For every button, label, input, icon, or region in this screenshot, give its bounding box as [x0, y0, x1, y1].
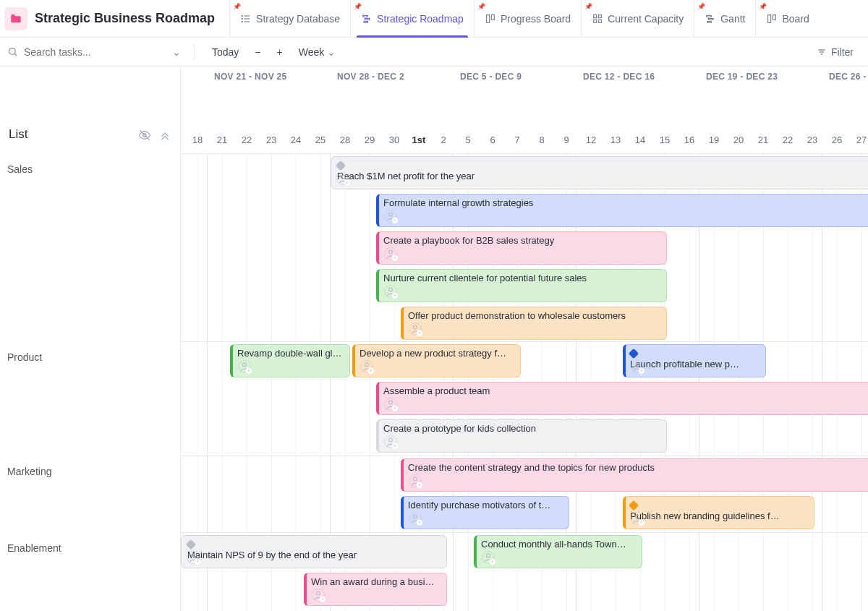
task-label: Reach $1M net profit for the year	[337, 171, 868, 181]
visibility-icon[interactable]	[138, 129, 151, 142]
tab-label: Strategic Roadmap	[377, 13, 464, 25]
task-label: Nurture current clientele for potential …	[383, 273, 660, 283]
assignee-add-icon[interactable]: +	[186, 550, 200, 565]
day-label: 2	[431, 134, 456, 145]
svg-point-68	[414, 477, 417, 481]
group-enablement[interactable]: Enablement	[0, 532, 69, 570]
day-label: 21	[210, 134, 234, 145]
sidebar: List SalesProductMarketingEnablement	[0, 67, 181, 611]
assignee-add-icon[interactable]: +	[383, 284, 398, 299]
minus-button[interactable]: −	[250, 43, 265, 61]
day-label: 14	[628, 134, 652, 145]
tab-progress-board[interactable]: 📌Progress Board	[474, 0, 581, 38]
assignee-add-icon[interactable]: +	[630, 511, 644, 526]
svg-rect-14	[599, 20, 602, 22]
svg-point-88	[317, 591, 320, 595]
day-label: 22	[234, 134, 259, 145]
assignee-add-icon[interactable]: +	[408, 322, 422, 336]
assignee-add-icon[interactable]: +	[383, 435, 398, 449]
tab-label: Gantt	[720, 13, 745, 25]
assignee-add-icon[interactable]: +	[311, 588, 326, 602]
tabs: 📌Strategy Database📌Strategic Roadmap📌Pro…	[229, 0, 864, 38]
svg-point-40	[389, 288, 393, 291]
task-bar[interactable]: Publish new branding guidelines f…+	[623, 496, 814, 529]
week-label: DEC 5 - DEC 9	[456, 67, 522, 87]
day-label: 30	[382, 134, 407, 145]
task-bar[interactable]: Win an award during a busi…+	[304, 573, 447, 606]
day-label: 5	[456, 134, 480, 145]
pin-icon: 📌	[354, 3, 362, 10]
assignee-add-icon[interactable]: +	[481, 550, 495, 565]
task-bar[interactable]: Launch profitable new p…+	[623, 344, 766, 377]
svg-point-64	[389, 438, 393, 442]
assignee-add-icon[interactable]: +	[408, 474, 422, 488]
svg-rect-18	[768, 14, 771, 22]
task-bar[interactable]: Assemble a product team+	[376, 382, 868, 415]
task-bar[interactable]: Create the content strategy and the topi…	[401, 458, 868, 492]
milestone-icon	[336, 161, 346, 171]
task-label: Revamp double-wall gl…	[237, 348, 344, 359]
task-bar[interactable]: Formulate internal growth strategies+	[376, 194, 868, 227]
folder-icon[interactable]	[4, 7, 27, 30]
task-bar[interactable]: Reach $1M net profit for the year+	[331, 156, 868, 189]
today-button[interactable]: Today	[208, 43, 243, 61]
tab-label: Strategy Database	[256, 13, 340, 25]
group-product[interactable]: Product	[0, 341, 49, 379]
svg-text:+: +	[393, 443, 397, 449]
task-label: Launch profitable new p…	[630, 359, 760, 369]
task-label: Maintain NPS of 9 by the end of the year	[187, 550, 441, 560]
day-label: 23	[800, 134, 825, 145]
timeline: List SalesProductMarketingEnablement NOV…	[0, 67, 868, 611]
tab-label: Current Capacity	[608, 13, 684, 25]
task-bar[interactable]: Maintain NPS of 9 by the end of the year…	[181, 535, 447, 568]
day-label: 22	[775, 134, 800, 145]
list-icon	[240, 13, 252, 25]
day-label: 18	[185, 134, 210, 145]
svg-rect-15	[707, 15, 712, 17]
sidebar-title: List	[9, 127, 27, 142]
chevron-down-icon[interactable]: ⌄	[172, 46, 181, 58]
assignee-add-icon[interactable]: +	[237, 359, 252, 374]
tab-board[interactable]: 📌Board	[755, 0, 819, 38]
view-mode-select[interactable]: Week ⌄	[294, 43, 340, 61]
title-wrap: Strategic Business Roadmap	[4, 7, 215, 30]
task-label: Assemble a product team	[383, 385, 868, 396]
task-bar[interactable]: Conduct monthly all-hands Town…+	[474, 535, 642, 568]
task-label: Create the content strategy and the topi…	[408, 462, 868, 473]
svg-rect-17	[707, 21, 711, 22]
task-bar[interactable]: Offer product demonstration to wholesale…	[401, 307, 667, 340]
plus-button[interactable]: +	[273, 43, 287, 61]
tab-current-capacity[interactable]: 📌Current Capacity	[581, 0, 694, 38]
svg-point-4	[242, 18, 242, 19]
day-label: 8	[529, 134, 554, 145]
filter-button[interactable]: Filter	[809, 46, 861, 58]
search-icon	[7, 46, 18, 57]
board-icon	[485, 13, 496, 25]
pin-icon: 📌	[759, 3, 767, 10]
grid[interactable]: NOV 14 - NOV 18NOV 21 - NOV 25NOV 28 - D…	[181, 67, 868, 611]
group-marketing[interactable]: Marketing	[0, 456, 59, 493]
task-bar[interactable]: Revamp double-wall gl…+	[230, 344, 350, 377]
assignee-add-icon[interactable]: +	[359, 359, 374, 374]
tab-gantt[interactable]: 📌Gantt	[694, 0, 755, 38]
tab-strategy-database[interactable]: 📌Strategy Database	[229, 0, 350, 38]
task-bar[interactable]: Nurture current clientele for potential …	[376, 269, 667, 302]
pin-icon: 📌	[697, 3, 705, 10]
collapse-icon[interactable]	[158, 129, 171, 142]
group-sales[interactable]: Sales	[0, 153, 40, 191]
task-bar[interactable]: Create a prototype for kids collection+	[376, 419, 667, 453]
assignee-add-icon[interactable]: +	[630, 359, 644, 374]
assignee-add-icon[interactable]: +	[383, 209, 398, 223]
task-bar[interactable]: Create a playbook for B2B sales strategy…	[376, 231, 667, 265]
svg-point-48	[243, 363, 247, 367]
milestone-icon	[629, 500, 639, 510]
tab-strategic-roadmap[interactable]: 📌Strategic Roadmap	[350, 0, 474, 38]
search-input[interactable]	[24, 46, 166, 58]
task-bar[interactable]: Identify purchase motivators of t…+	[401, 496, 569, 529]
assignee-add-icon[interactable]: +	[408, 511, 422, 526]
assignee-add-icon[interactable]: +	[336, 171, 350, 186]
task-label: Offer product demonstration to wholesale…	[408, 310, 660, 321]
task-bar[interactable]: Develop a new product strategy f…+	[352, 344, 521, 377]
assignee-add-icon[interactable]: +	[383, 247, 398, 261]
assignee-add-icon[interactable]: +	[383, 397, 398, 411]
